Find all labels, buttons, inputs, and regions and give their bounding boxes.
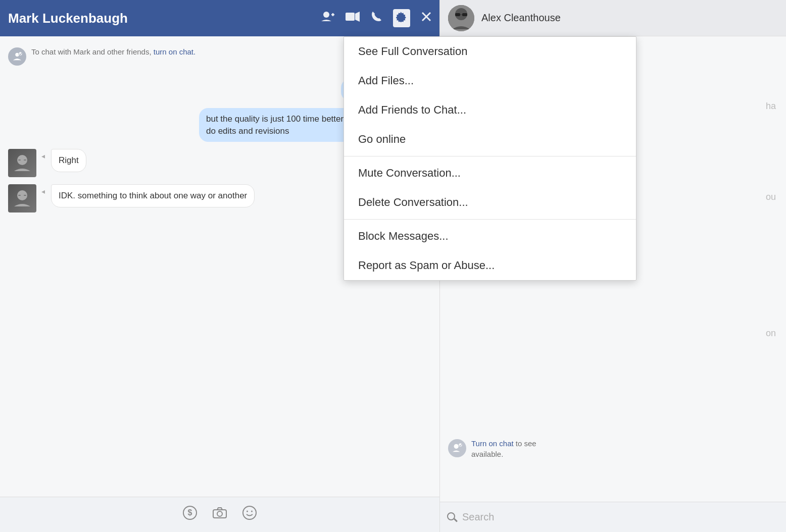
svg-text:$: $ bbox=[188, 508, 192, 517]
menu-item-go-online[interactable]: Go online bbox=[344, 125, 636, 154]
menu-item-add-files[interactable]: Add Files... bbox=[344, 66, 636, 95]
menu-item-delete[interactable]: Delete Conversation... bbox=[344, 188, 636, 217]
svg-point-0 bbox=[323, 12, 329, 18]
chat-header: Mark Luckenbaugh bbox=[0, 0, 439, 36]
dropdown-menu: See Full Conversation Add Files... Add F… bbox=[343, 36, 636, 281]
sidebar-notice-icon bbox=[448, 439, 466, 457]
menu-divider-2 bbox=[344, 219, 636, 220]
svg-rect-14 bbox=[18, 195, 21, 196]
message-bubble: IDK. something to think about one way or… bbox=[51, 184, 255, 207]
svg-rect-15 bbox=[24, 195, 26, 196]
bubble-arrow: ◂ bbox=[41, 152, 45, 160]
sidebar-search-bar[interactable]: Search bbox=[440, 502, 786, 532]
turn-on-chat-link[interactable]: turn on chat. bbox=[154, 47, 195, 56]
sidebar-name: Alex Cleanthouse bbox=[481, 12, 561, 24]
sidebar-turn-on-notice: Turn on chat to see available. bbox=[448, 434, 778, 463]
svg-marker-4 bbox=[355, 12, 360, 22]
chat-header-icons bbox=[321, 9, 431, 27]
svg-point-21 bbox=[247, 511, 248, 512]
system-notice-text: To chat with Mark and other friends, tur… bbox=[31, 46, 195, 57]
avatar bbox=[8, 149, 36, 177]
menu-item-report[interactable]: Report as Spam or Abuse... bbox=[344, 251, 636, 280]
chat-header-title: Mark Luckenbaugh bbox=[8, 11, 321, 26]
svg-rect-3 bbox=[346, 13, 355, 21]
svg-point-28 bbox=[454, 444, 459, 449]
settings-icon[interactable] bbox=[393, 9, 410, 27]
menu-item-mute[interactable]: Mute Conversation... bbox=[344, 158, 636, 188]
svg-point-22 bbox=[251, 511, 253, 512]
menu-divider-1 bbox=[344, 156, 636, 156]
svg-rect-25 bbox=[455, 13, 460, 16]
bubble-arrow: ◂ bbox=[41, 187, 45, 195]
phone-icon[interactable] bbox=[371, 11, 382, 25]
menu-item-add-friends[interactable]: Add Friends to Chat... bbox=[344, 95, 636, 125]
search-input-placeholder[interactable]: Search bbox=[462, 511, 494, 523]
close-icon[interactable] bbox=[421, 12, 431, 25]
menu-item-see-full-conversation[interactable]: See Full Conversation bbox=[344, 37, 636, 66]
system-notice-icon bbox=[8, 47, 26, 66]
chat-footer: $ bbox=[0, 497, 439, 532]
sidebar-snippet-on: on bbox=[766, 328, 776, 339]
sidebar-snippet-ou: ou bbox=[766, 192, 776, 202]
video-icon[interactable] bbox=[346, 12, 360, 25]
svg-point-19 bbox=[217, 511, 222, 516]
emoji-icon[interactable] bbox=[242, 506, 257, 523]
sidebar-notice-text: Turn on chat to see available. bbox=[471, 438, 536, 459]
menu-item-block[interactable]: Block Messages... bbox=[344, 222, 636, 251]
svg-rect-12 bbox=[24, 159, 26, 161]
svg-rect-26 bbox=[462, 13, 467, 16]
sidebar-avatar bbox=[448, 5, 474, 31]
sidebar-turn-on-chat-link[interactable]: Turn on chat bbox=[471, 439, 514, 448]
search-icon bbox=[447, 512, 457, 522]
avatar bbox=[8, 184, 36, 212]
dollar-icon[interactable]: $ bbox=[183, 506, 197, 523]
add-friend-icon[interactable] bbox=[321, 11, 334, 25]
sidebar-snippet-ha: ha bbox=[766, 101, 776, 112]
message-bubble: Right bbox=[51, 149, 86, 172]
camera-icon[interactable] bbox=[212, 507, 227, 522]
svg-point-20 bbox=[243, 506, 256, 519]
svg-rect-11 bbox=[18, 159, 21, 161]
sidebar-header: Alex Cleanthouse bbox=[440, 0, 786, 36]
